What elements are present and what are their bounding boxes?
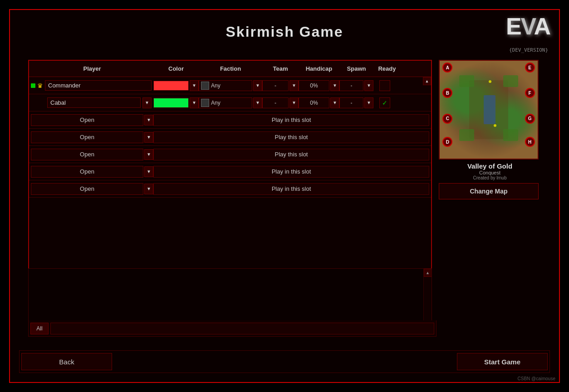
open-slot-row-3: Open ▼ Play this slot <box>29 146 431 163</box>
player-row-cabal: Cabal ▼ ▼ Any ▼ - ▼ <box>29 94 431 111</box>
col-ready: Ready <box>373 65 401 72</box>
handicap-dropdown-commander[interactable]: ▼ <box>330 80 339 91</box>
faction-dropdown-commander[interactable]: ▼ <box>253 80 262 91</box>
watermark: CSBN @caimouse <box>517 376 555 381</box>
map-mode: Conquest <box>439 170 541 175</box>
open-label-4: Open <box>31 166 143 178</box>
cell-color-cabal: ▼ <box>153 97 199 108</box>
scroll-up-btn[interactable]: ▲ <box>423 77 431 85</box>
open-label-3: Open <box>31 149 143 160</box>
team-dropdown-cabal[interactable]: ▼ <box>289 97 299 108</box>
back-btn[interactable]: Back <box>21 353 112 370</box>
content-scroll-up[interactable]: ▲ <box>424 269 432 277</box>
handicap-dropdown-cabal[interactable]: ▼ <box>330 97 339 108</box>
ready-indicator-commander <box>379 80 390 91</box>
open-dropdown-4[interactable]: ▼ <box>144 166 153 177</box>
outer-border: EVA {DEV_VERSION} Skirmish Game Player C… <box>9 9 560 383</box>
team-value-cabal: - <box>262 97 289 108</box>
cell-player-cabal: Cabal ▼ <box>31 97 153 108</box>
spawn-e: E <box>525 63 535 73</box>
open-dropdown-5[interactable]: ▼ <box>144 184 153 194</box>
faction-box-cabal: Any <box>199 97 252 108</box>
change-map-btn[interactable]: Change Map <box>439 183 539 199</box>
cell-team-cabal: - ▼ <box>262 97 299 108</box>
start-game-btn[interactable]: Start Game <box>457 353 548 370</box>
open-slot-row-4: Open ▼ Play in this slot <box>29 163 431 180</box>
faction-label-commander: Any <box>211 82 221 89</box>
cell-team-commander: - ▼ <box>262 80 299 91</box>
handicap-value-commander: 0% <box>299 80 329 91</box>
play-slot-btn-3[interactable]: Play this slot <box>153 149 429 160</box>
color-dropdown-commander[interactable]: ▼ <box>190 80 199 91</box>
color-swatch-commander[interactable] <box>153 81 189 91</box>
open-slot-left-5: Open ▼ <box>31 183 153 195</box>
faction-label-cabal: Any <box>211 100 221 106</box>
filter-all-btn[interactable]: All <box>30 323 49 334</box>
faction-box-commander: Any <box>199 80 252 91</box>
spawn-h: H <box>525 137 535 147</box>
cell-color-commander: ▼ <box>153 80 199 91</box>
spawn-c: C <box>442 114 452 124</box>
open-slot-row-2: Open ▼ Play this slot <box>29 129 431 146</box>
cell-spawn-cabal: - ▼ <box>339 97 373 108</box>
play-slot-btn-4[interactable]: Play in this slot <box>153 166 429 178</box>
spawn-value-commander: - <box>339 80 363 91</box>
map-terrain: A E B F C G D H <box>440 61 538 159</box>
col-player: Player <box>31 65 153 72</box>
spawn-value-cabal: - <box>339 97 363 108</box>
ready-indicator-cabal: ✓ <box>379 97 390 108</box>
col-spawn: Spawn <box>339 65 373 72</box>
spawn-f: F <box>525 88 535 98</box>
spawn-dropdown-commander[interactable]: ▼ <box>364 80 373 91</box>
open-slot-row-5: Open ▼ Play in this slot ▼ <box>29 180 431 198</box>
cell-spawn-commander: - ▼ <box>339 80 373 91</box>
open-dropdown-3[interactable]: ▼ <box>144 149 153 160</box>
map-creator: Created by lrnub <box>439 175 541 180</box>
cell-player-commander: ♛ Commander <box>31 80 153 91</box>
player-row-commander: ♛ Commander ▼ Any ▼ - ▼ <box>29 77 431 94</box>
cell-handicap-commander: 0% ▼ <box>299 80 339 91</box>
col-faction: Faction <box>199 65 262 72</box>
play-slot-btn-2[interactable]: Play this slot <box>153 131 429 143</box>
open-label-5: Open <box>31 183 143 195</box>
right-panel: A E B F C G D H Valley of Gol <box>439 60 541 199</box>
commander-name: Commander <box>45 80 152 91</box>
open-dropdown-1[interactable]: ▼ <box>144 115 153 126</box>
map-preview: A E B F C G D H <box>439 60 539 160</box>
color-swatch-cabal[interactable] <box>153 98 189 108</box>
team-value-commander: - <box>262 80 289 91</box>
play-slot-btn-5[interactable]: Play in this slot <box>153 183 429 195</box>
cell-faction-commander: Any ▼ <box>199 80 262 91</box>
cabal-name: Cabal <box>47 97 141 108</box>
spawn-a: A <box>442 63 452 73</box>
faction-icon-cabal <box>201 99 209 107</box>
col-color: Color <box>153 65 199 72</box>
cell-ready-commander <box>373 80 396 91</box>
open-label-1: Open <box>31 114 143 126</box>
bottom-bar: Back Start Game <box>19 350 550 373</box>
map-name: Valley of Gold <box>439 162 541 170</box>
open-dropdown-2[interactable]: ▼ <box>144 132 153 143</box>
handicap-value-cabal: 0% <box>299 97 329 108</box>
open-slot-left-2: Open ▼ <box>31 131 153 143</box>
spawn-b: B <box>442 88 452 98</box>
color-dropdown-cabal[interactable]: ▼ <box>190 97 199 108</box>
cell-ready-cabal: ✓ <box>373 97 396 108</box>
cell-handicap-cabal: 0% ▼ <box>299 97 339 108</box>
dev-version: {DEV_VERSION} <box>509 47 548 53</box>
spawn-g: G <box>525 114 535 124</box>
play-slot-btn-1[interactable]: Play in this slot <box>153 114 429 126</box>
team-dropdown-commander[interactable]: ▼ <box>289 80 299 91</box>
spawn-d: D <box>442 137 452 147</box>
open-label-2: Open <box>31 131 143 143</box>
faction-icon-commander <box>201 82 209 90</box>
spawn-dropdown-cabal[interactable]: ▼ <box>364 97 373 108</box>
open-slot-left-1: Open ▼ <box>31 114 153 126</box>
filter-input[interactable] <box>50 323 434 334</box>
open-slot-row-1: Open ▼ Play in this slot <box>29 111 431 129</box>
col-handicap: Handicap <box>299 65 339 72</box>
faction-dropdown-cabal[interactable]: ▼ <box>253 97 262 108</box>
open-slot-left-3: Open ▼ <box>31 149 153 160</box>
cabal-dropdown[interactable]: ▼ <box>142 97 152 108</box>
table-header: Player Color Faction Team Handicap Spawn… <box>29 61 431 77</box>
